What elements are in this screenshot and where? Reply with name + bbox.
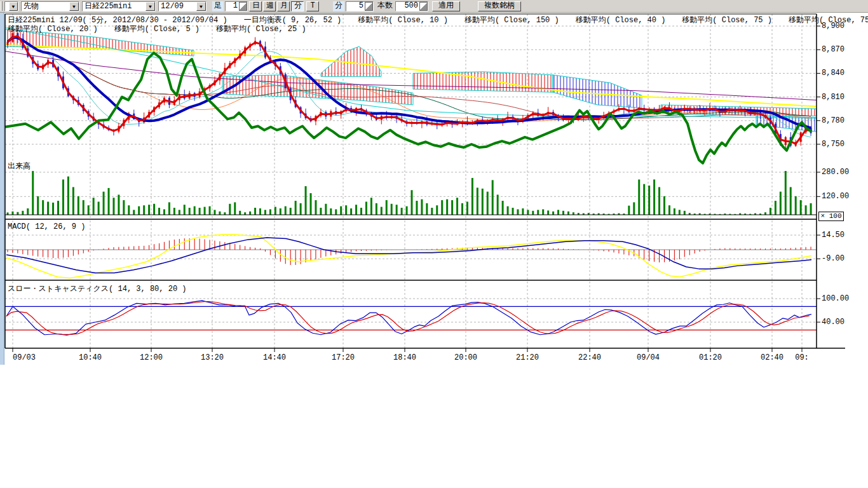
legend-entry: 移動平均( Close, 20 )	[8, 25, 98, 34]
macd-tick-label: -9.00	[822, 254, 844, 263]
bar-interval-spinner[interactable]: 1	[225, 1, 248, 11]
main-toolbar: ▼ 先物 ▼ 日経225mini ▼ 12/09 ▼ 足 1 日 週 月 分 T…	[0, 0, 868, 13]
legend-entry: 移動平均( Close, 75 )	[789, 16, 868, 25]
legend-entry: 移動平均( Close, 40 )	[576, 16, 666, 25]
time-tick-label: 09:	[787, 353, 817, 362]
minute-value: 5	[346, 2, 365, 11]
time-tick-label: 09/03	[13, 353, 36, 362]
minute-label: 分	[333, 1, 344, 11]
legend-entry: 移動平均( Close, 25 )	[216, 25, 306, 34]
spinner-icon[interactable]	[365, 2, 373, 11]
macd-panel-label: MACD( 12, 26, 9 )	[8, 222, 85, 231]
price-tick-label: 8,750	[822, 140, 844, 149]
macd-tick-label: 14.50	[822, 231, 844, 240]
legend-entry: 移動平均( Close, 10 )	[358, 16, 448, 25]
stoch-tick-label: 40.00	[822, 318, 844, 327]
contract-dropdown-value: 12/09	[159, 2, 196, 11]
minute-spinner[interactable]: 5	[346, 1, 374, 11]
time-tick-label: 20:00	[451, 353, 481, 362]
time-tick-label: 10:40	[75, 353, 105, 362]
time-tick-label: 14:40	[259, 353, 290, 362]
time-tick-label: 12:00	[136, 353, 166, 362]
stoch-tick-label: 100.00	[822, 294, 849, 303]
price-tick-label: 8,870	[822, 45, 844, 54]
count-value: 500	[396, 2, 419, 11]
time-tick-label: 02:40	[757, 353, 787, 362]
market-dropdown[interactable]: 先物 ▼	[21, 1, 79, 11]
legend-line-2: 移動平均( Close, 20 )移動平均( Close, 5 )移動平均( C…	[8, 24, 323, 34]
time-tick-label: 13:20	[197, 353, 227, 362]
symbol-dropdown[interactable]: 日経225mini ▼	[82, 1, 156, 11]
spinner-icon[interactable]	[239, 2, 247, 11]
volume-tick-label: 280.00	[822, 168, 849, 177]
volume-panel-label: 出来高	[8, 161, 31, 172]
multi-symbol-button[interactable]: 複数銘柄	[478, 1, 521, 11]
time-tick-label: 01:20	[695, 353, 726, 362]
apply-button[interactable]: 適用	[432, 1, 460, 11]
bar-interval-value: 1	[226, 2, 239, 11]
period-month-button[interactable]: 月	[277, 1, 290, 11]
chevron-down-icon[interactable]: ▼	[196, 2, 206, 11]
price-tick-label: 8,810	[822, 93, 844, 102]
spinner-icon[interactable]	[419, 2, 428, 11]
time-tick-label: 17:20	[328, 353, 358, 362]
legend-entry: 移動平均( Close, 5 )	[114, 25, 200, 34]
stoch-panel-label: スロー・ストキャスティクス( 14, 3, 80, 20 )	[8, 283, 187, 294]
price-tick-label: 8,780	[822, 116, 844, 125]
chevron-down-icon[interactable]: ▼	[9, 2, 18, 11]
bar-type-label: 足	[212, 1, 224, 11]
legend-entry: 移動平均( Close, 150 )	[465, 16, 559, 25]
chevron-down-icon[interactable]: ▼	[69, 2, 79, 11]
volume-multiplier-badge: × 100	[818, 212, 844, 221]
mini-dropdown[interactable]: ▼	[4, 1, 18, 11]
time-tick-label: 18:40	[390, 353, 420, 362]
volume-tick-label: 120.00	[822, 192, 849, 201]
count-label: 本数	[376, 1, 394, 11]
chevron-down-icon[interactable]: ▼	[146, 2, 155, 11]
legend-entry: 移動平均( Close, 75 )	[682, 16, 772, 25]
period-minute-button[interactable]: 分	[291, 1, 304, 11]
symbol-dropdown-value: 日経225mini	[83, 2, 146, 11]
period-tick-button[interactable]: T	[306, 1, 319, 11]
market-dropdown-value: 先物	[22, 2, 69, 11]
time-tick-label: 22:40	[574, 353, 605, 362]
chart-area[interactable]: 日経225mini 12/09( 5分, 2012/08/30 - 2012/0…	[0, 13, 868, 369]
period-week-button[interactable]: 週	[263, 1, 276, 11]
chart-canvas[interactable]	[0, 13, 868, 369]
count-spinner[interactable]: 500	[395, 1, 428, 11]
toolbar-grip[interactable]	[1, 1, 3, 11]
time-tick-label: 09/04	[633, 353, 663, 362]
time-tick-label: 21:20	[512, 353, 543, 362]
price-tick-label: 8,840	[822, 69, 844, 78]
period-day-button[interactable]: 日	[249, 1, 262, 11]
contract-dropdown[interactable]: 12/09 ▼	[158, 1, 207, 11]
